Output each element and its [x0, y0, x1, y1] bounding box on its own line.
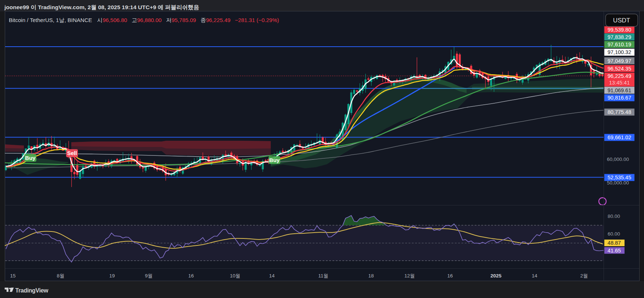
- svg-text:99,539.80: 99,539.80: [608, 27, 632, 33]
- svg-text:joonee99 이 TradingView.com, 2월: joonee99 이 TradingView.com, 2월 08, 2025 …: [4, 4, 199, 10]
- svg-text:Buy: Buy: [269, 157, 280, 163]
- svg-text:60,000.00: 60,000.00: [607, 157, 629, 162]
- svg-text:Bitcoin / TetherUS, 1날, BINANC: Bitcoin / TetherUS, 1날, BINANCE시96,506.8…: [9, 17, 279, 23]
- svg-text:97,100.32: 97,100.32: [608, 49, 632, 55]
- svg-text:13:45:41: 13:45:41: [609, 80, 630, 86]
- svg-text:96,225.49: 96,225.49: [608, 73, 632, 79]
- svg-text:97,610.19: 97,610.19: [608, 42, 632, 47]
- svg-text:14: 14: [269, 273, 275, 279]
- svg-text:2025: 2025: [490, 273, 502, 279]
- svg-text:69,661.02: 69,661.02: [608, 134, 632, 140]
- svg-text:48.87: 48.87: [608, 240, 621, 246]
- svg-text:16: 16: [188, 273, 194, 279]
- svg-text:52,535.45: 52,535.45: [608, 175, 632, 180]
- svg-text:12월: 12월: [404, 273, 415, 279]
- svg-text:USDT: USDT: [613, 17, 630, 24]
- svg-text:19: 19: [109, 273, 115, 279]
- svg-text:16: 16: [447, 273, 453, 279]
- svg-text:Sell: Sell: [67, 150, 77, 156]
- svg-text:9월: 9월: [145, 273, 152, 279]
- svg-text:15: 15: [10, 273, 15, 279]
- svg-text:60.00: 60.00: [608, 231, 620, 237]
- svg-text:91,069.61: 91,069.61: [608, 87, 632, 93]
- svg-text:90,816.67: 90,816.67: [608, 95, 632, 101]
- svg-text:80,775.48: 80,775.48: [608, 109, 632, 115]
- svg-text:2월: 2월: [580, 273, 588, 279]
- svg-text:41.65: 41.65: [608, 248, 621, 254]
- svg-text:97,049.97: 97,049.97: [608, 58, 632, 64]
- svg-text:10월: 10월: [230, 273, 241, 279]
- svg-text:11월: 11월: [318, 273, 328, 279]
- svg-text:80.00: 80.00: [608, 213, 620, 219]
- svg-text:97,838.29: 97,838.29: [608, 34, 632, 40]
- svg-text:8월: 8월: [57, 273, 64, 279]
- svg-text:96,524.35: 96,524.35: [608, 66, 632, 72]
- svg-text:Buy: Buy: [25, 155, 36, 161]
- svg-text:18: 18: [368, 273, 374, 279]
- svg-text:14: 14: [532, 273, 537, 279]
- svg-text:TradingView: TradingView: [15, 287, 49, 294]
